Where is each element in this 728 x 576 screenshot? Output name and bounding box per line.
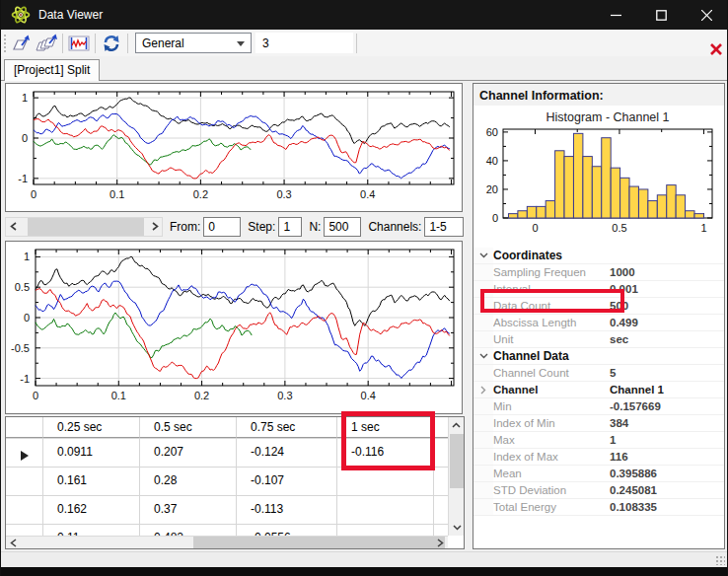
close-button[interactable]: [684, 0, 728, 30]
svg-text:0.3: 0.3: [277, 390, 292, 401]
prop-row-index-of-min[interactable]: Index of Min384: [473, 415, 724, 432]
minimize-button[interactable]: [593, 0, 638, 30]
n-input[interactable]: [324, 217, 361, 237]
table-vscroll-thumb[interactable]: [450, 434, 464, 488]
prop-row-channel-count[interactable]: Channel Count5: [473, 365, 724, 382]
table-cell[interactable]: 0.0911: [43, 439, 140, 467]
maximize-icon: [656, 10, 667, 21]
table-cell[interactable]: -0.124: [237, 439, 337, 467]
scroll-right-icon[interactable]: [148, 218, 162, 236]
svg-text:0: 0: [492, 212, 498, 224]
table-header-cell[interactable]: [6, 417, 43, 438]
table-row[interactable]: 0.09110.207-0.124-0.116: [6, 439, 448, 468]
table-cell[interactable]: -0.116: [337, 439, 434, 467]
prop-row-max[interactable]: Max1: [473, 432, 724, 449]
prop-row-data-count[interactable]: Data Count500: [473, 298, 724, 315]
svg-text:-1: -1: [18, 173, 28, 184]
title-bar: Data Viewer: [1, 0, 728, 30]
from-input[interactable]: [203, 217, 241, 237]
toolbar: General: [1, 30, 728, 56]
svg-text:0.4: 0.4: [360, 188, 375, 200]
scroll-up-icon[interactable]: [452, 422, 461, 428]
step-input[interactable]: [278, 217, 302, 237]
prop-row-unit[interactable]: Unitsec: [473, 331, 724, 348]
table-header-cell[interactable]: 0.25 sec: [43, 417, 140, 438]
prop-row-total-energy[interactable]: Total Energy0.108335: [473, 499, 724, 516]
preset-combobox[interactable]: General: [135, 33, 252, 53]
prop-row-sampling-frequen[interactable]: Sampling Frequen1000: [473, 264, 724, 281]
scroll-down-icon[interactable]: [453, 525, 462, 531]
svg-text:0.5: 0.5: [612, 222, 626, 234]
table-header-cell[interactable]: 0.75 sec: [237, 417, 337, 438]
channels-label: Channels:: [368, 220, 421, 234]
position-scrollbar-thumb[interactable]: [28, 218, 144, 236]
signal-plot-button[interactable]: [66, 32, 92, 55]
table-row[interactable]: 0.1610.28-0.107: [6, 468, 448, 496]
svg-text:-0.5: -0.5: [11, 342, 30, 354]
pane-close-icon[interactable]: [710, 43, 722, 55]
scroll-left-icon[interactable]: [6, 218, 20, 236]
new-view-icon: [10, 34, 32, 53]
prop-value: 0.108335: [610, 501, 724, 513]
prop-row-interval[interactable]: Interval0.001: [473, 281, 724, 298]
chevron-down-icon: [479, 353, 488, 359]
maximize-button[interactable]: [638, 0, 684, 30]
table-cell[interactable]: -0.113: [237, 496, 337, 524]
prop-row-channel[interactable]: ChannelChannel 1: [473, 382, 724, 398]
position-scrollbar[interactable]: [5, 217, 163, 237]
close-icon: [701, 10, 712, 21]
prop-row-mean[interactable]: Mean0.395886: [473, 466, 724, 482]
toolbar-separator: [127, 34, 128, 53]
table-cell[interactable]: [337, 496, 434, 524]
refresh-button[interactable]: [99, 32, 124, 55]
prop-row-abscissa-length[interactable]: Abscissa Length0.499: [473, 315, 724, 331]
new-multi-view-button[interactable]: [34, 32, 59, 55]
table-cell[interactable]: 0.162: [43, 496, 140, 524]
count-field[interactable]: [255, 33, 353, 53]
svg-text:0.2: 0.2: [193, 188, 208, 200]
scroll-left-icon[interactable]: [10, 539, 17, 547]
table-row[interactable]: 0.1620.37-0.113: [6, 496, 448, 525]
prop-label: Mean: [493, 468, 610, 479]
svg-text:0.2: 0.2: [194, 390, 209, 401]
table-hscroll-thumb[interactable]: [193, 537, 445, 548]
tab-project1-split[interactable]: [Project1] Split: [4, 59, 100, 81]
prop-label: Total Energy: [493, 501, 610, 513]
prop-label: Interval: [493, 283, 610, 295]
window-bottom-edge: [1, 567, 728, 576]
table-cell[interactable]: 0.28: [140, 468, 237, 495]
prop-value: sec: [610, 333, 724, 345]
toolbar-separator: [62, 34, 63, 53]
table-cell[interactable]: 0.161: [43, 468, 140, 495]
new-view-button[interactable]: [8, 32, 34, 55]
svg-text:0: 0: [24, 312, 30, 324]
chevron-right-icon: [480, 386, 486, 395]
prop-value: 116: [610, 451, 724, 463]
prop-section-row[interactable]: Channel Data: [473, 348, 724, 365]
prop-section-row[interactable]: Coordinates: [473, 248, 724, 264]
svg-text:0.4: 0.4: [361, 390, 376, 401]
prop-label: Sampling Frequen: [493, 266, 610, 278]
table-filler-cell: [434, 468, 448, 495]
resize-grip[interactable]: [715, 555, 725, 565]
prop-row-std-deviation[interactable]: STD Deviation0.245081: [473, 482, 724, 499]
prop-label: Max: [493, 434, 610, 446]
row-marker-cell: [6, 468, 43, 495]
channels-input[interactable]: [424, 217, 464, 237]
prop-row-min[interactable]: Min-0.157669: [473, 398, 724, 415]
prop-label: Index of Max: [493, 451, 610, 463]
table-horizontal-scrollbar[interactable]: [6, 536, 448, 548]
table-vertical-scrollbar[interactable]: [448, 417, 464, 536]
table-cell[interactable]: 0.207: [140, 439, 237, 467]
table-filler-cell: [434, 439, 448, 467]
table-header-cell[interactable]: 1 sec: [337, 417, 434, 438]
prop-label: Channel: [493, 384, 610, 396]
table-cell[interactable]: -0.107: [237, 468, 337, 495]
table-cell[interactable]: [337, 468, 434, 495]
signal-plot-icon: [68, 35, 90, 52]
svg-text:1: 1: [700, 222, 706, 234]
table-header-cell[interactable]: 0.5 sec: [140, 417, 237, 438]
table-cell[interactable]: 0.37: [140, 496, 237, 524]
scroll-right-icon[interactable]: [437, 539, 444, 547]
prop-row-index-of-max[interactable]: Index of Max116: [473, 449, 724, 466]
